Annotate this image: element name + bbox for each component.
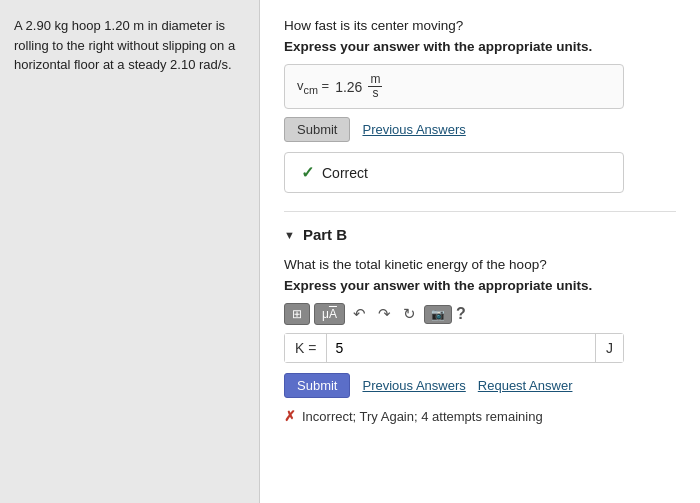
solution-panel: How fast is its center moving? Express y…: [260, 0, 700, 503]
part-b-input-label: K =: [285, 334, 326, 362]
triangle-icon: ▼: [284, 229, 295, 241]
part-a-submit-row: Submit Previous Answers: [284, 117, 676, 142]
part-a-answer-box: vcm = 1.26 m s: [284, 64, 624, 109]
undo-button[interactable]: ↶: [349, 303, 370, 325]
part-a-correct-label: Correct: [322, 165, 368, 181]
part-a-section: How fast is its center moving? Express y…: [284, 18, 676, 193]
part-a-question: How fast is its center moving?: [284, 18, 676, 33]
part-a-prev-answers-link[interactable]: Previous Answers: [362, 122, 465, 137]
unit-numerator: m: [368, 73, 382, 87]
incorrect-message: Incorrect; Try Again; 4 attempts remaini…: [302, 409, 543, 424]
section-divider: [284, 211, 676, 212]
part-b-question: What is the total kinetic energy of the …: [284, 257, 676, 272]
refresh-icon: ↻: [403, 305, 416, 322]
problem-text: A 2.90 kg hoop 1.20 m in diameter is rol…: [14, 18, 235, 72]
mu-label: μA: [322, 307, 337, 321]
part-b-submit-row: Submit Previous Answers Request Answer: [284, 373, 676, 398]
part-b-submit-button[interactable]: Submit: [284, 373, 350, 398]
redo-button[interactable]: ↷: [374, 303, 395, 325]
part-a-answer-label: vcm =: [297, 78, 329, 96]
part-b-incorrect-row: ✗ Incorrect; Try Again; 4 attempts remai…: [284, 408, 676, 424]
matrix-icon: ⊞: [292, 307, 302, 321]
help-icon[interactable]: ?: [456, 305, 466, 323]
mu-button[interactable]: μA: [314, 303, 345, 325]
part-b-header: ▼ Part B: [284, 226, 676, 243]
unit-denominator: s: [370, 87, 380, 100]
part-a-answer-value: 1.26: [335, 79, 362, 95]
part-a-express: Express your answer with the appropriate…: [284, 39, 676, 54]
part-b-section: ▼ Part B What is the total kinetic energ…: [284, 226, 676, 424]
checkmark-icon: ✓: [301, 163, 314, 182]
undo-icon: ↶: [353, 305, 366, 322]
part-b-input-field[interactable]: [326, 334, 595, 362]
matrix-button[interactable]: ⊞: [284, 303, 310, 325]
img-icon: 📷: [431, 308, 445, 320]
part-a-unit: m s: [368, 73, 382, 100]
part-b-request-answer-link[interactable]: Request Answer: [478, 378, 573, 393]
part-b-prev-answers-link[interactable]: Previous Answers: [362, 378, 465, 393]
part-b-toolbar: ⊞ μA ↶ ↷ ↻ 📷 ?: [284, 303, 676, 325]
redo-icon: ↷: [378, 305, 391, 322]
img-button[interactable]: 📷: [424, 305, 452, 324]
part-b-unit: J: [595, 334, 623, 362]
problem-panel: A 2.90 kg hoop 1.20 m in diameter is rol…: [0, 0, 260, 503]
refresh-button[interactable]: ↻: [399, 303, 420, 325]
part-a-submit-button[interactable]: Submit: [284, 117, 350, 142]
part-b-express: Express your answer with the appropriate…: [284, 278, 676, 293]
part-a-correct-box: ✓ Correct: [284, 152, 624, 193]
part-b-label: Part B: [303, 226, 347, 243]
x-icon: ✗: [284, 408, 296, 424]
part-b-input-row: K = J: [284, 333, 624, 363]
